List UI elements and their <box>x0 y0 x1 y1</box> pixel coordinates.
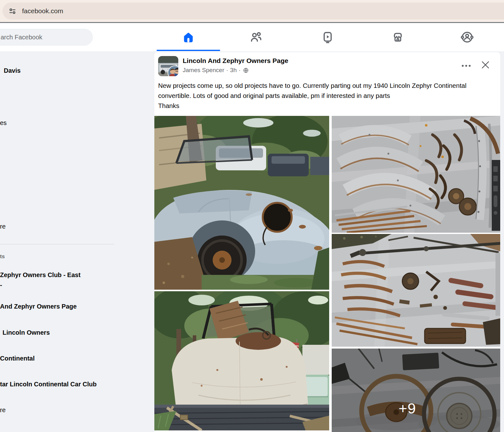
post-byline[interactable]: James Spencer · 3h · <box>183 67 249 74</box>
sidebar-shortcut-and-zephyr-owners-page[interactable]: And Zephyr Owners Page <box>0 303 77 310</box>
tab-friends[interactable] <box>238 23 274 51</box>
groups-icon <box>461 31 474 44</box>
watch-video-icon <box>321 31 334 44</box>
sidebar-shortcuts-see-more[interactable]: re <box>0 406 6 414</box>
facebook-header: arch Facebook <box>0 23 504 51</box>
byline-separator: · <box>226 67 228 74</box>
tab-watch[interactable] <box>310 23 345 51</box>
sidebar-shortcut-zephyr-owners-club-line2[interactable]: - <box>0 281 2 289</box>
sidebar-shortcut-lincoln-owners[interactable]: Lincoln Owners <box>3 329 50 336</box>
friends-icon <box>249 31 263 44</box>
search-placeholder: arch Facebook <box>1 34 42 41</box>
more-photos-count[interactable]: +9 <box>398 400 416 417</box>
sidebar-item-profile[interactable]: Davis <box>4 67 20 74</box>
browser-toolbar: facebook.com <box>0 0 504 22</box>
address-bar[interactable]: facebook.com <box>3 3 504 20</box>
content-area: Davis es re ts Zephyr Owners Club - East… <box>0 51 504 432</box>
sidebar-shortcut-zephyr-owners-club[interactable]: Zephyr Owners Club - East <box>0 271 81 279</box>
post-body-text: New projects come up, so old projects ha… <box>158 81 488 111</box>
post-close-button[interactable] <box>478 58 492 72</box>
post-photo-grid: +9 <box>154 116 500 432</box>
tab-home[interactable] <box>171 23 206 51</box>
sidebar-see-more[interactable]: re <box>0 223 6 230</box>
post-timestamp: 3h <box>230 67 237 74</box>
sidebar-shortcut-lincoln-continental-car-club[interactable]: tar Lincoln Continental Car Club <box>0 381 97 388</box>
post-photo-5[interactable]: +9 <box>332 349 500 432</box>
post-card: Lincoln And Zephyr Owners Page James Spe… <box>154 52 500 432</box>
sidebar-item-memories[interactable]: es <box>0 119 7 127</box>
tab-groups[interactable] <box>450 23 485 51</box>
sidebar-shortcut-continental[interactable]: Continental <box>0 355 35 362</box>
search-input[interactable]: arch Facebook <box>0 29 93 46</box>
marketplace-icon <box>391 31 404 44</box>
url-text[interactable]: facebook.com <box>22 7 63 15</box>
active-tab-indicator <box>157 50 220 51</box>
post-photo-2[interactable] <box>332 116 500 233</box>
post-menu-button[interactable] <box>457 60 475 72</box>
post-author[interactable]: James Spencer <box>183 67 224 74</box>
byline-separator: · <box>238 67 240 74</box>
post-photo-3[interactable] <box>332 234 500 347</box>
sidebar-shortcuts-header: ts <box>0 253 5 260</box>
post-page-name[interactable]: Lincoln And Zephyr Owners Page <box>183 57 288 65</box>
site-settings-icon[interactable] <box>8 7 17 15</box>
sidebar-divider <box>0 244 114 244</box>
photo-dark-overlay <box>332 349 500 432</box>
avatar[interactable] <box>158 56 178 76</box>
ellipsis-icon <box>461 65 471 67</box>
close-icon <box>481 61 490 69</box>
tab-marketplace[interactable] <box>380 23 415 51</box>
post-photo-4[interactable] <box>154 291 329 430</box>
post-photo-1[interactable] <box>154 116 329 290</box>
screen: facebook.com arch Facebook <box>0 0 504 432</box>
home-icon <box>182 31 195 44</box>
globe-privacy-icon <box>243 68 249 73</box>
